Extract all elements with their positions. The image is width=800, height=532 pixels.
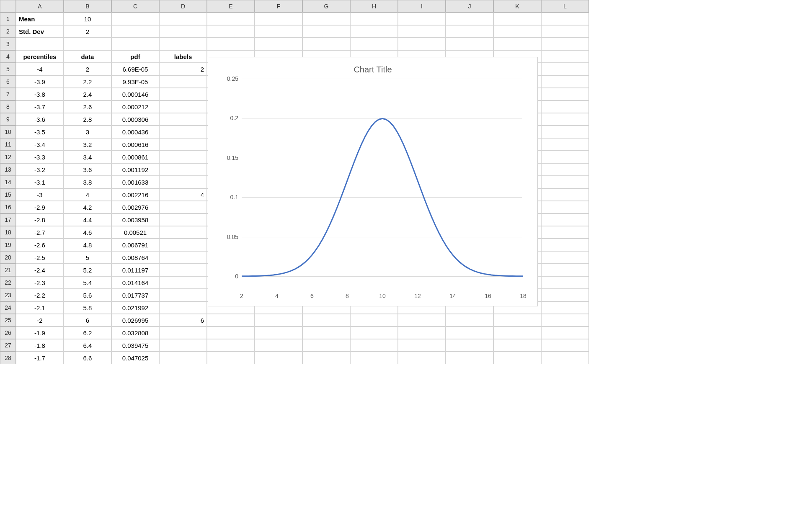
cell-D25[interactable]: 6 bbox=[159, 314, 207, 326]
cell-A27[interactable]: -1.8 bbox=[16, 339, 64, 352]
row-header-16[interactable]: 16 bbox=[0, 201, 16, 213]
cell-B5[interactable]: 2 bbox=[64, 63, 111, 75]
cell-F1[interactable] bbox=[255, 13, 302, 25]
cell-B23[interactable]: 5.6 bbox=[64, 289, 111, 301]
row-header-14[interactable]: 14 bbox=[0, 176, 16, 188]
cell-L17[interactable] bbox=[541, 213, 589, 226]
row-header-9[interactable]: 9 bbox=[0, 113, 16, 126]
cell-D7[interactable] bbox=[159, 88, 207, 100]
cell-A23[interactable]: -2.2 bbox=[16, 289, 64, 301]
cell-G25[interactable] bbox=[302, 314, 350, 326]
cell-H1[interactable] bbox=[350, 13, 398, 25]
cell-B18[interactable]: 4.6 bbox=[64, 226, 111, 239]
cell-D6[interactable] bbox=[159, 75, 207, 88]
row-header-1[interactable]: 1 bbox=[0, 13, 16, 25]
cell-C4[interactable]: pdf bbox=[111, 50, 159, 63]
select-all-corner[interactable] bbox=[0, 0, 16, 13]
cell-J27[interactable] bbox=[446, 339, 493, 352]
row-header-3[interactable]: 3 bbox=[0, 38, 16, 50]
cell-C8[interactable]: 0.000212 bbox=[111, 100, 159, 113]
cell-G28[interactable] bbox=[302, 352, 350, 364]
cell-L10[interactable] bbox=[541, 126, 589, 138]
row-header-5[interactable]: 5 bbox=[0, 63, 16, 75]
cell-G27[interactable] bbox=[302, 339, 350, 352]
cell-A25[interactable]: -2 bbox=[16, 314, 64, 326]
cell-H2[interactable] bbox=[350, 25, 398, 38]
cell-I25[interactable] bbox=[398, 314, 446, 326]
cell-H27[interactable] bbox=[350, 339, 398, 352]
column-header-C[interactable]: C bbox=[111, 0, 159, 13]
row-header-25[interactable]: 25 bbox=[0, 314, 16, 326]
cell-F28[interactable] bbox=[255, 352, 302, 364]
column-header-G[interactable]: G bbox=[302, 0, 350, 13]
cell-E28[interactable] bbox=[207, 352, 255, 364]
cell-E2[interactable] bbox=[207, 25, 255, 38]
row-header-10[interactable]: 10 bbox=[0, 126, 16, 138]
cell-H26[interactable] bbox=[350, 326, 398, 339]
cell-D1[interactable] bbox=[159, 13, 207, 25]
cell-B2[interactable]: 2 bbox=[64, 25, 111, 38]
cell-B4[interactable]: data bbox=[64, 50, 111, 63]
cell-L28[interactable] bbox=[541, 352, 589, 364]
cell-L7[interactable] bbox=[541, 88, 589, 100]
cell-D28[interactable] bbox=[159, 352, 207, 364]
cell-D18[interactable] bbox=[159, 226, 207, 239]
cell-A5[interactable]: -4 bbox=[16, 63, 64, 75]
cell-B26[interactable]: 6.2 bbox=[64, 326, 111, 339]
cell-H28[interactable] bbox=[350, 352, 398, 364]
cell-K25[interactable] bbox=[493, 314, 541, 326]
cell-E27[interactable] bbox=[207, 339, 255, 352]
cell-C15[interactable]: 0.002216 bbox=[111, 188, 159, 201]
cell-K2[interactable] bbox=[493, 25, 541, 38]
cell-D22[interactable] bbox=[159, 276, 207, 289]
row-header-18[interactable]: 18 bbox=[0, 226, 16, 239]
cell-L24[interactable] bbox=[541, 301, 589, 314]
cell-C23[interactable]: 0.017737 bbox=[111, 289, 159, 301]
cell-D17[interactable] bbox=[159, 213, 207, 226]
cell-H25[interactable] bbox=[350, 314, 398, 326]
cell-F27[interactable] bbox=[255, 339, 302, 352]
cell-A7[interactable]: -3.8 bbox=[16, 88, 64, 100]
cell-B10[interactable]: 3 bbox=[64, 126, 111, 138]
cell-A22[interactable]: -2.3 bbox=[16, 276, 64, 289]
row-header-24[interactable]: 24 bbox=[0, 301, 16, 314]
cell-C28[interactable]: 0.047025 bbox=[111, 352, 159, 364]
cell-A11[interactable]: -3.4 bbox=[16, 138, 64, 151]
cell-B17[interactable]: 4.4 bbox=[64, 213, 111, 226]
column-header-J[interactable]: J bbox=[446, 0, 493, 13]
row-header-28[interactable]: 28 bbox=[0, 352, 16, 364]
cell-D19[interactable] bbox=[159, 239, 207, 251]
cell-L11[interactable] bbox=[541, 138, 589, 151]
cell-A15[interactable]: -3 bbox=[16, 188, 64, 201]
cell-C5[interactable]: 6.69E-05 bbox=[111, 63, 159, 75]
row-header-17[interactable]: 17 bbox=[0, 213, 16, 226]
column-header-B[interactable]: B bbox=[64, 0, 111, 13]
row-header-15[interactable]: 15 bbox=[0, 188, 16, 201]
cell-C10[interactable]: 0.000436 bbox=[111, 126, 159, 138]
row-header-2[interactable]: 2 bbox=[0, 25, 16, 38]
cell-A18[interactable]: -2.7 bbox=[16, 226, 64, 239]
cell-C11[interactable]: 0.000616 bbox=[111, 138, 159, 151]
row-header-6[interactable]: 6 bbox=[0, 75, 16, 88]
cell-A16[interactable]: -2.9 bbox=[16, 201, 64, 213]
column-header-H[interactable]: H bbox=[350, 0, 398, 13]
cell-J25[interactable] bbox=[446, 314, 493, 326]
column-header-A[interactable]: A bbox=[16, 0, 64, 13]
cell-A9[interactable]: -3.6 bbox=[16, 113, 64, 126]
cell-A10[interactable]: -3.5 bbox=[16, 126, 64, 138]
cell-B13[interactable]: 3.6 bbox=[64, 163, 111, 176]
cell-J3[interactable] bbox=[446, 38, 493, 50]
cell-G2[interactable] bbox=[302, 25, 350, 38]
cell-A4[interactable]: percentiles bbox=[16, 50, 64, 63]
cell-E25[interactable] bbox=[207, 314, 255, 326]
cell-K3[interactable] bbox=[493, 38, 541, 50]
cell-I27[interactable] bbox=[398, 339, 446, 352]
cell-C16[interactable]: 0.002976 bbox=[111, 201, 159, 213]
cell-C12[interactable]: 0.000861 bbox=[111, 151, 159, 163]
cell-K27[interactable] bbox=[493, 339, 541, 352]
cell-A19[interactable]: -2.6 bbox=[16, 239, 64, 251]
cell-C24[interactable]: 0.021992 bbox=[111, 301, 159, 314]
cell-C3[interactable] bbox=[111, 38, 159, 50]
cell-H3[interactable] bbox=[350, 38, 398, 50]
cell-B19[interactable]: 4.8 bbox=[64, 239, 111, 251]
